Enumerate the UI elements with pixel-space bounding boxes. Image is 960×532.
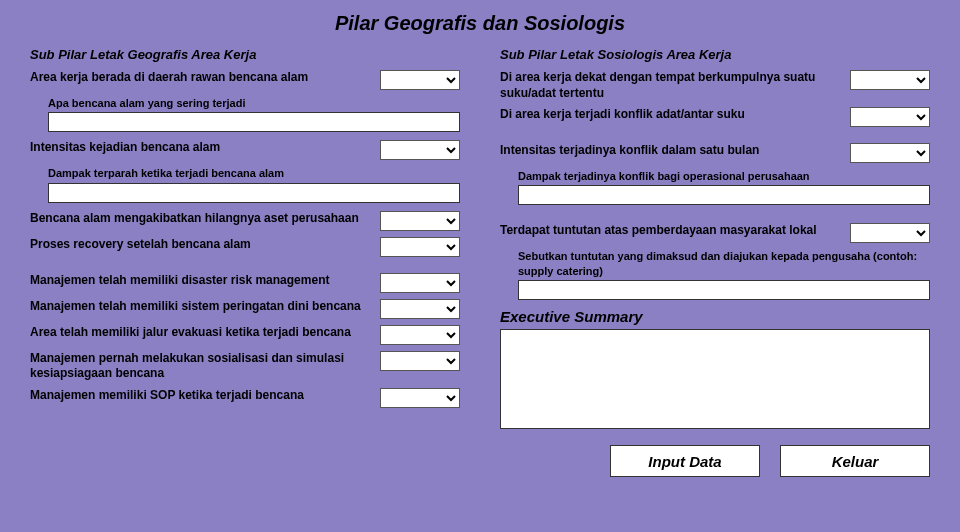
columns: Sub Pilar Letak Geografis Area Kerja Are… <box>30 47 930 477</box>
select-intensitas-konflik[interactable] <box>850 143 930 163</box>
select-sosialisasi[interactable] <box>380 351 460 371</box>
right-column: Sub Pilar Letak Sosiologis Area Kerja Di… <box>500 47 930 477</box>
left-column: Sub Pilar Letak Geografis Area Kerja Are… <box>30 47 460 477</box>
input-bencana-sering[interactable] <box>48 112 460 132</box>
select-hilang-aset[interactable] <box>380 211 460 231</box>
left-subheader: Sub Pilar Letak Geografis Area Kerja <box>30 47 460 62</box>
label-rawan-bencana: Area kerja berada di daerah rawan bencan… <box>30 70 380 86</box>
input-dampak-konflik[interactable] <box>518 185 930 205</box>
row-intensitas-bencana: Intensitas kejadian bencana alam <box>30 140 460 160</box>
label-drm: Manajemen telah memiliki disaster risk m… <box>30 273 380 289</box>
input-dampak-terparah[interactable] <box>48 183 460 203</box>
label-peringatan-dini: Manajemen telah memiliki sistem peringat… <box>30 299 380 315</box>
select-konflik-adat[interactable] <box>850 107 930 127</box>
select-evakuasi[interactable] <box>380 325 460 345</box>
sublabel-dampak-terparah: Dampak terparah ketika terjadi bencana a… <box>48 166 460 180</box>
select-intensitas-bencana[interactable] <box>380 140 460 160</box>
row-drm: Manajemen telah memiliki disaster risk m… <box>30 273 460 293</box>
select-drm[interactable] <box>380 273 460 293</box>
label-intensitas-bencana: Intensitas kejadian bencana alam <box>30 140 380 156</box>
select-tuntutan[interactable] <box>850 223 930 243</box>
sublabel-bencana-sering: Apa bencana alam yang sering terjadi <box>48 96 460 110</box>
sublabel-sebutkan-tuntutan: Sebutkan tuntutan yang dimaksud dan diaj… <box>518 249 930 278</box>
row-suku-adat: Di area kerja dekat dengan tempat berkum… <box>500 70 930 101</box>
row-intensitas-konflik: Intensitas terjadinya konflik dalam satu… <box>500 143 930 163</box>
row-recovery: Proses recovery setelah bencana alam <box>30 237 460 257</box>
select-suku-adat[interactable] <box>850 70 930 90</box>
label-konflik-adat: Di area kerja terjadi konflik adat/antar… <box>500 107 850 123</box>
select-recovery[interactable] <box>380 237 460 257</box>
label-recovery: Proses recovery setelah bencana alam <box>30 237 380 253</box>
button-row: Input Data Keluar <box>500 445 930 477</box>
select-sop[interactable] <box>380 388 460 408</box>
row-peringatan-dini: Manajemen telah memiliki sistem peringat… <box>30 299 460 319</box>
row-tuntutan: Terdapat tuntutan atas pemberdayaan masy… <box>500 223 930 243</box>
label-tuntutan: Terdapat tuntutan atas pemberdayaan masy… <box>500 223 850 239</box>
label-evakuasi: Area telah memiliki jalur evakuasi ketik… <box>30 325 380 341</box>
label-sop: Manajemen memiliki SOP ketika terjadi be… <box>30 388 380 404</box>
input-data-button[interactable]: Input Data <box>610 445 760 477</box>
row-sosialisasi: Manajemen pernah melakukan sosialisasi d… <box>30 351 460 382</box>
row-hilang-aset: Bencana alam mengakibatkan hilangnya ase… <box>30 211 460 231</box>
row-konflik-adat: Di area kerja terjadi konflik adat/antar… <box>500 107 930 127</box>
page-title: Pilar Geografis dan Sosiologis <box>30 12 930 35</box>
exec-summary-textarea[interactable] <box>500 329 930 429</box>
label-intensitas-konflik: Intensitas terjadinya konflik dalam satu… <box>500 143 850 159</box>
row-sop: Manajemen memiliki SOP ketika terjadi be… <box>30 388 460 408</box>
row-evakuasi: Area telah memiliki jalur evakuasi ketik… <box>30 325 460 345</box>
exec-summary-header: Executive Summary <box>500 308 930 325</box>
keluar-button[interactable]: Keluar <box>780 445 930 477</box>
input-sebutkan-tuntutan[interactable] <box>518 280 930 300</box>
label-suku-adat: Di area kerja dekat dengan tempat berkum… <box>500 70 850 101</box>
right-subheader: Sub Pilar Letak Sosiologis Area Kerja <box>500 47 930 62</box>
label-sosialisasi: Manajemen pernah melakukan sosialisasi d… <box>30 351 380 382</box>
sublabel-dampak-konflik: Dampak terjadinya konflik bagi operasion… <box>518 169 930 183</box>
select-peringatan-dini[interactable] <box>380 299 460 319</box>
select-rawan-bencana[interactable] <box>380 70 460 90</box>
form-page: Pilar Geografis dan Sosiologis Sub Pilar… <box>0 0 960 487</box>
row-rawan-bencana: Area kerja berada di daerah rawan bencan… <box>30 70 460 90</box>
label-hilang-aset: Bencana alam mengakibatkan hilangnya ase… <box>30 211 380 227</box>
